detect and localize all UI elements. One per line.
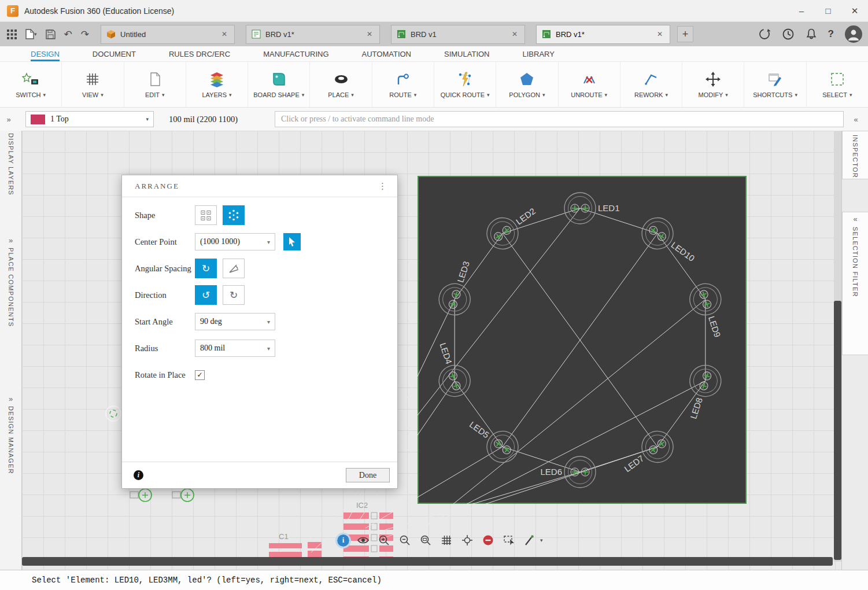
grid-settings-icon[interactable] xyxy=(439,533,453,547)
start-angle-label: Start Angle xyxy=(135,317,195,327)
horizontal-scrollbar[interactable] xyxy=(22,557,833,566)
toolbar-view[interactable]: VIEW▾ xyxy=(62,62,124,107)
history-clock-icon[interactable] xyxy=(782,28,795,40)
menu-design[interactable]: DESIGN xyxy=(31,46,60,61)
save-icon[interactable] xyxy=(46,30,56,39)
layer-swatch xyxy=(31,115,45,124)
file-menu-icon[interactable]: ▾ xyxy=(25,29,37,39)
new-tab-button[interactable]: + xyxy=(677,26,693,42)
toolbar-modify[interactable]: MODIFY▾ xyxy=(682,62,744,107)
window-maximize-button[interactable]: □ xyxy=(815,0,841,21)
tab-brd-v1-active[interactable]: BRD v1* ✕ xyxy=(536,25,670,44)
panel-inspector[interactable]: INSPECTOR xyxy=(852,135,859,178)
vertical-scrollbar-track[interactable] xyxy=(834,131,841,562)
expand-place-components-icon[interactable]: » xyxy=(9,236,13,245)
panel-selection-filter[interactable]: SELECTION FILTER xyxy=(852,227,859,297)
user-avatar[interactable] xyxy=(845,25,862,43)
toolbar-switch[interactable]: SWITCH▾ xyxy=(0,62,62,107)
direction-cw-button[interactable]: ↻ xyxy=(223,285,245,305)
pcb-board[interactable] xyxy=(418,176,746,503)
menu-rules-drc-erc[interactable]: RULES DRC/ERC xyxy=(169,46,230,61)
toolbar-select[interactable]: SELECT▾ xyxy=(807,62,868,107)
toolbar-shortcuts[interactable]: SHORTCUTS▾ xyxy=(744,62,806,107)
pick-point-button[interactable] xyxy=(283,233,301,250)
tab-close-icon[interactable]: ✕ xyxy=(655,29,664,39)
rotate-in-place-checkbox[interactable]: ✓ xyxy=(195,370,205,380)
shape-circular-button[interactable] xyxy=(223,205,245,225)
origin-crosshair-icon[interactable] xyxy=(460,533,474,547)
job-status-icon[interactable] xyxy=(758,28,771,40)
dialog-menu-dots-icon[interactable]: ⋮ xyxy=(378,181,387,191)
collapse-inspector-icon[interactable]: « xyxy=(844,115,868,124)
notifications-bell-icon[interactable] xyxy=(806,28,817,40)
tab-close-icon[interactable]: ✕ xyxy=(220,29,229,39)
toolbar-edit[interactable]: EDIT▾ xyxy=(124,62,186,107)
command-line-input[interactable] xyxy=(275,111,844,127)
tab-close-icon[interactable]: ✕ xyxy=(510,29,519,39)
caret-down-icon: ▾ xyxy=(229,92,232,98)
panel-display-layers[interactable]: DISPLAY LAYERS xyxy=(8,133,14,196)
menu-library[interactable]: LIBRARY xyxy=(523,46,555,61)
collapse-selection-filter-icon[interactable]: « xyxy=(843,215,868,223)
zoom-fit-icon[interactable] xyxy=(419,533,433,547)
dialog-info-icon[interactable]: i xyxy=(134,470,143,480)
toolbar-place[interactable]: PLACE▾ xyxy=(310,62,372,107)
zoom-in-icon[interactable] xyxy=(377,533,391,547)
layer-select[interactable]: 1 Top ▾ xyxy=(25,111,154,127)
expand-design-manager-icon[interactable]: » xyxy=(9,394,13,403)
angular-spacing-manual-button[interactable] xyxy=(223,259,245,278)
caret-down-icon: ▾ xyxy=(542,92,545,98)
undo-icon[interactable]: ↶ xyxy=(64,28,72,40)
app-grid-icon[interactable] xyxy=(7,30,17,39)
toolbar-quick-route[interactable]: QUICK ROUTE▾ xyxy=(434,62,496,107)
info-mode-button[interactable]: i xyxy=(337,534,349,547)
caret-down-icon[interactable]: ▾ xyxy=(540,537,543,543)
window-minimize-button[interactable]: – xyxy=(788,0,815,21)
titlebar: F Autodesk Fusion 360 (Education License… xyxy=(0,0,868,22)
window-close-button[interactable]: ✕ xyxy=(841,0,868,21)
caret-down-icon: ▾ xyxy=(43,92,46,98)
toolbar-board-shape[interactable]: BOARD SHAPE▾ xyxy=(248,62,310,107)
marquee-select-icon[interactable] xyxy=(502,533,516,547)
start-angle-dropdown[interactable]: 90 deg ▾ xyxy=(195,313,275,330)
view-grid-icon xyxy=(85,69,100,89)
radius-dropdown[interactable]: 800 mil ▾ xyxy=(195,340,275,357)
toolbar-route[interactable]: ROUTE▾ xyxy=(372,62,434,107)
probe-tool-icon[interactable] xyxy=(523,533,537,547)
ic2-footprint[interactable]: IC2 xyxy=(343,501,393,563)
c1-footprint[interactable]: C1 xyxy=(269,532,322,557)
selection-filter-panel[interactable]: « SELECTION FILTER xyxy=(842,212,868,355)
zoom-out-icon[interactable] xyxy=(398,533,412,547)
done-button[interactable]: Done xyxy=(346,468,390,482)
vertical-scrollbar-thumb[interactable] xyxy=(834,301,841,560)
toolbar-polygon[interactable]: POLYGON▾ xyxy=(496,62,558,107)
angular-spacing-auto-button[interactable]: ↻ xyxy=(195,259,217,278)
tab-brd-v1[interactable]: BRD v1 ✕ xyxy=(391,25,525,44)
panel-design-manager[interactable]: DESIGN MANAGER xyxy=(8,406,14,474)
inspector-panel[interactable]: INSPECTOR xyxy=(842,131,868,179)
toolbar-unroute[interactable]: UNROUTE▾ xyxy=(559,62,620,107)
caret-down-icon: ▾ xyxy=(849,92,852,98)
menu-manufacturing[interactable]: MANUFACTURING xyxy=(263,46,328,61)
menu-automation[interactable]: AUTOMATION xyxy=(362,46,411,61)
visibility-eye-icon[interactable] xyxy=(356,533,370,547)
help-icon[interactable]: ? xyxy=(828,28,834,40)
stop-mask-icon[interactable] xyxy=(481,533,495,547)
menu-simulation[interactable]: SIMULATION xyxy=(444,46,490,61)
redo-icon[interactable]: ↷ xyxy=(81,28,89,40)
toolbar-rework[interactable]: REWORK▾ xyxy=(620,62,682,107)
menu-document[interactable]: DOCUMENT xyxy=(93,46,136,61)
direction-ccw-button[interactable]: ↺ xyxy=(195,285,217,305)
expand-display-layers-icon[interactable]: » xyxy=(0,115,17,124)
pcb-canvas[interactable]: IC2 C1 xyxy=(22,131,841,570)
toolbar-layers[interactable]: LAYERS▾ xyxy=(186,62,248,107)
center-point-dropdown[interactable]: (1000 1000) ▾ xyxy=(195,233,275,250)
panel-place-components[interactable]: PLACE COMPONENTS xyxy=(8,248,14,327)
document-tabbar: ▾ ↶ ↷ Untitled ✕ BRD v1* ✕ BRD v1 xyxy=(0,22,868,46)
tab-untitled[interactable]: Untitled ✕ xyxy=(101,25,235,44)
tab-brd-v1-schematic[interactable]: BRD v1* ✕ xyxy=(246,25,380,44)
shape-grid-button[interactable] xyxy=(195,205,217,225)
toolbar-label: QUICK ROUTE xyxy=(441,91,485,98)
toolbar-label: LAYERS xyxy=(202,91,227,98)
tab-close-icon[interactable]: ✕ xyxy=(365,29,374,39)
